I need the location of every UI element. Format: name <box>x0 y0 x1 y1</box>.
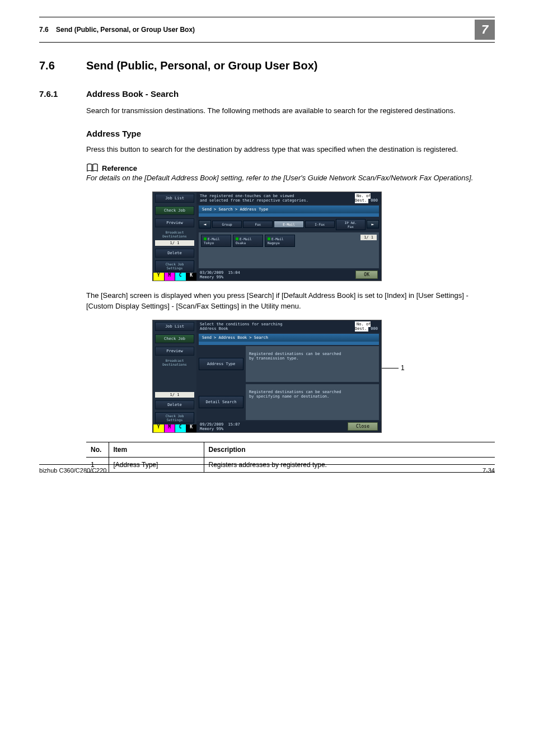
tab-group[interactable]: Group <box>212 221 242 228</box>
dest-count-label: No. of Dest. <box>355 193 371 203</box>
body-paragraph: The [Search] screen is displayed when yo… <box>86 290 495 312</box>
tabs-right-arrow[interactable]: ► <box>367 220 379 228</box>
dest-count-value: 000 <box>371 198 378 203</box>
subsection-title: Address Book - Search <box>86 89 179 99</box>
body-page-indicator: 1/ 1 <box>360 235 377 240</box>
book-icon <box>86 162 99 172</box>
th-desc: Description <box>204 442 495 457</box>
section-number: 7.6 <box>39 59 73 72</box>
header-section-no: 7.6 <box>39 26 49 34</box>
tab-fax[interactable]: Fax <box>243 221 273 228</box>
breadcrumb: Send > Address Book > Search <box>199 334 379 342</box>
ok-button[interactable]: OK <box>355 270 378 279</box>
reference-heading: Reference <box>86 162 495 172</box>
broadcast-label: Broadcast Destinations <box>153 358 196 366</box>
dest-count-value: 000 <box>371 326 378 331</box>
status-date: 03/30/2009 <box>200 270 223 275</box>
sub-heading-address-type: Address Type <box>86 129 495 138</box>
subsection-number: 7.6.1 <box>39 89 73 99</box>
screenshot-search: Job List Check Job Preview Broadcast Des… <box>152 320 382 433</box>
check-job-settings-button[interactable]: Check Job Settings <box>155 260 194 272</box>
check-job-settings-button[interactable]: Check Job Settings <box>155 412 194 423</box>
footer-product: bizhub C360/C280/C220 <box>39 467 106 474</box>
check-job-button[interactable]: Check Job <box>155 206 194 215</box>
dest-count-label: No. of Dest. <box>355 321 371 332</box>
th-no: No. <box>86 442 109 457</box>
left-page-indicator: 1/ 1 <box>155 240 194 246</box>
tab-ifax[interactable]: I-Fax <box>305 221 335 228</box>
reference-label: Reference <box>102 164 137 172</box>
th-item: Item <box>109 442 204 457</box>
page-header: 7.6 Send (Public, Personal, or Group Use… <box>39 20 495 40</box>
dest-card-osaka[interactable]: E-MailOsaka <box>233 235 263 247</box>
footer-page: 7-34 <box>483 467 495 474</box>
address-type-description: Registered destinations can be searched … <box>246 346 379 382</box>
status-memory: Memory 99% <box>200 427 223 431</box>
address-type-button[interactable]: Address Type <box>199 358 243 370</box>
callout-line <box>382 368 399 368</box>
reference-text: For details on the [Default Address Book… <box>86 172 495 184</box>
status-date: 09/29/2009 <box>200 422 223 427</box>
toner-levels: YMCK <box>153 424 196 432</box>
detail-search-button[interactable]: Detail Search <box>199 396 243 408</box>
header-section-title: Send (Public, Personal, or Group User Bo… <box>56 26 195 34</box>
callout-number-1: 1 <box>401 364 405 372</box>
broadcast-label: Broadcast Destinations <box>153 230 196 238</box>
job-list-button[interactable]: Job List <box>155 322 194 331</box>
screen-message: The registered one-touches can be viewed… <box>200 194 308 203</box>
tab-ipfax[interactable]: IP Ad. Fax <box>336 219 366 230</box>
job-list-button[interactable]: Job List <box>155 194 194 203</box>
body-paragraph: Press this button to search for the dest… <box>86 144 495 155</box>
left-page-indicator: 1/ 1 <box>155 392 194 398</box>
tab-email[interactable]: E-Mail <box>274 221 303 228</box>
page-footer: bizhub C360/C280/C220 7-34 <box>39 464 495 474</box>
close-button[interactable]: Close <box>348 422 378 431</box>
screen-message: Select the conditions for searching Addr… <box>200 322 283 331</box>
check-job-button[interactable]: Check Job <box>155 334 194 343</box>
preview-button[interactable]: Preview <box>155 218 194 227</box>
body-paragraph: Search for transmission destinations. Th… <box>86 105 495 116</box>
dest-card-nagoya[interactable]: E-MailNagoya <box>265 235 295 247</box>
status-memory: Memory 99% <box>200 275 223 279</box>
preview-button[interactable]: Preview <box>155 347 194 356</box>
status-time: 15:07 <box>228 422 240 427</box>
breadcrumb: Send > Search > Address Type <box>199 206 379 213</box>
subsection-heading: 7.6.1 Address Book - Search <box>39 89 495 99</box>
detail-search-description: Registered destinations can be searched … <box>246 384 379 420</box>
screenshot-address-type: Job List Check Job Preview Broadcast Des… <box>152 192 382 281</box>
tabs-left-arrow[interactable]: ◄ <box>199 220 211 228</box>
toner-levels: YMCK <box>153 273 196 281</box>
delete-button[interactable]: Delete <box>155 249 194 258</box>
chapter-number-badge: 7 <box>475 20 495 40</box>
delete-button[interactable]: Delete <box>155 400 194 409</box>
section-heading: 7.6 Send (Public, Personal, or Group Use… <box>39 59 495 72</box>
status-time: 15:04 <box>228 270 240 275</box>
dest-card-tokyo[interactable]: E-MailTokyo <box>201 235 231 247</box>
section-title: Send (Public, Personal, or Group User Bo… <box>86 59 317 72</box>
